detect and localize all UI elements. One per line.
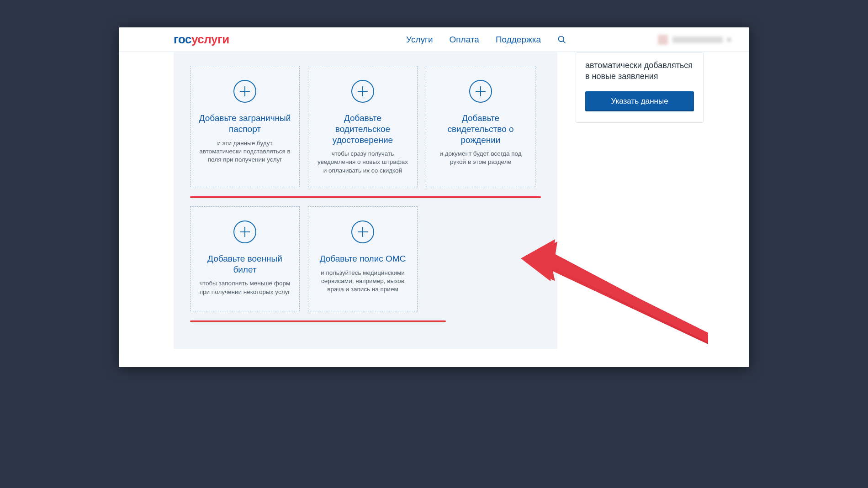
site-header: госуслуги Услуги Оплата Поддержка bbox=[119, 27, 749, 52]
plus-icon bbox=[351, 220, 374, 243]
nav-payment[interactable]: Оплата bbox=[450, 35, 479, 45]
site-logo[interactable]: госуслуги bbox=[174, 32, 229, 47]
card-military-id[interactable]: Добавьте военный билет чтобы заполнять м… bbox=[190, 206, 300, 311]
card-title: Добавьте полис ОМС bbox=[317, 253, 409, 264]
chevron-down-icon bbox=[727, 38, 731, 42]
side-promo-panel: автоматически добавляться в новые заявле… bbox=[576, 52, 704, 123]
card-title: Добавьте водительское удостоверение bbox=[317, 113, 409, 145]
card-driver-license[interactable]: Добавьте водительское удостоверение чтоб… bbox=[308, 66, 418, 187]
card-desc: чтобы сразу получать уведомления о новых… bbox=[317, 150, 409, 175]
nav-support[interactable]: Поддержка bbox=[496, 35, 541, 45]
nav-services[interactable]: Услуги bbox=[406, 35, 433, 45]
side-text: автоматически добавляться в новые заявле… bbox=[585, 60, 694, 82]
plus-icon bbox=[233, 80, 256, 103]
card-desc: и документ будет всегда под рукой в этом… bbox=[434, 150, 527, 166]
browser-window: госуслуги Услуги Оплата Поддержка Добавь… bbox=[119, 27, 749, 367]
plus-icon bbox=[469, 80, 492, 103]
specify-data-button[interactable]: Указать данные bbox=[585, 91, 694, 111]
card-foreign-passport[interactable]: Добавьте заграничный паспорт и эти данны… bbox=[190, 66, 300, 187]
svg-point-0 bbox=[559, 36, 564, 42]
svg-line-1 bbox=[563, 41, 566, 43]
user-name-blurred bbox=[672, 37, 723, 43]
card-desc: и пользуйтесь медицинскими сервисами, на… bbox=[317, 269, 409, 294]
plus-icon bbox=[233, 220, 256, 243]
annotation-underline-1 bbox=[190, 196, 541, 198]
avatar bbox=[658, 35, 668, 45]
user-menu[interactable] bbox=[658, 35, 731, 45]
cards-row-1: Добавьте заграничный паспорт и эти данны… bbox=[190, 66, 541, 187]
plus-icon bbox=[351, 80, 374, 103]
cards-row-2: Добавьте военный билет чтобы заполнять м… bbox=[190, 206, 541, 311]
search-icon[interactable] bbox=[557, 35, 566, 44]
card-title: Добавьте заграничный паспорт bbox=[199, 113, 291, 135]
main-nav: Услуги Оплата Поддержка bbox=[406, 35, 566, 45]
documents-panel: Добавьте заграничный паспорт и эти данны… bbox=[174, 52, 557, 349]
card-desc: чтобы заполнять меньше форм при получени… bbox=[199, 279, 291, 296]
card-title: Добавьте военный билет bbox=[199, 253, 291, 275]
logo-part-uslugi: услуги bbox=[191, 32, 229, 46]
card-oms-policy[interactable]: Добавьте полис ОМС и пользуйтесь медицин… bbox=[308, 206, 418, 311]
card-title: Добавьте свидетельство о рождении bbox=[434, 113, 527, 145]
card-birth-certificate[interactable]: Добавьте свидетельство о рождении и доку… bbox=[426, 66, 535, 187]
card-desc: и эти данные будут автоматически подстав… bbox=[199, 139, 291, 164]
logo-part-gos: гос bbox=[174, 32, 191, 46]
page-content: Добавьте заграничный паспорт и эти данны… bbox=[119, 52, 749, 367]
annotation-underline-2 bbox=[190, 320, 446, 322]
